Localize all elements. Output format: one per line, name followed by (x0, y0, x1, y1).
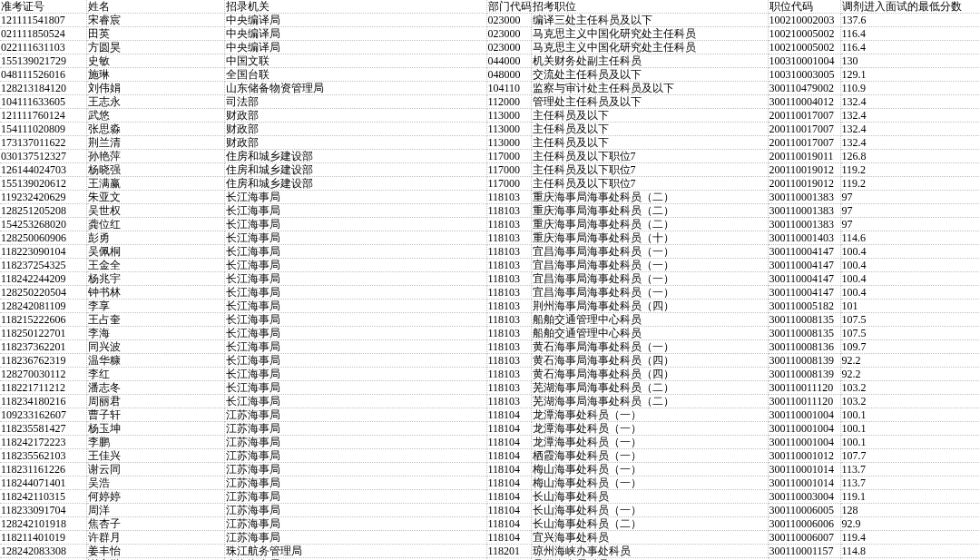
table-cell: 周洋 (86, 504, 224, 517)
table-row: 126144024703杨晓强住房和城乡建设部117000主任科员及以下职位72… (0, 163, 980, 177)
table-cell: 江苏海事局 (224, 476, 486, 490)
table-cell: 马克思主义中国化研究处主任科员 (531, 27, 768, 41)
table-cell: 104111633605 (0, 95, 86, 109)
table-cell: 118103 (486, 286, 531, 300)
table-cell: 龚位红 (86, 218, 224, 231)
table-cell: 103.2 (840, 395, 980, 408)
table-cell: 长江海事局 (224, 272, 486, 286)
table-cell: 128242081109 (0, 300, 86, 313)
table-cell: 谢云同 (86, 463, 224, 476)
table-cell: 118104 (486, 504, 531, 517)
table-cell: 107.5 (840, 327, 980, 340)
table-cell: 100310003005 (768, 68, 840, 82)
table-cell: 118231161226 (0, 463, 86, 476)
table-cell: 黄石海事局海事处科员（四） (531, 368, 768, 381)
table-cell: 同兴波 (86, 340, 224, 354)
table-cell: 杨晓强 (86, 163, 224, 177)
table-cell: 主任科员及以下 (531, 109, 768, 123)
table-cell: 100210005002 (768, 27, 840, 41)
table-cell: 重庆海事局海事处科员（二） (531, 191, 768, 204)
table-row: 118250122701李海长江海事局118103船舶交通管理中心科员30011… (0, 327, 980, 340)
table-cell: 长山海事处科员 (531, 490, 768, 504)
table-cell: 长江海事局 (224, 245, 486, 259)
table-row: 155139021729史敏中国文联044000机关财务处副主任科员100310… (0, 54, 980, 68)
table-cell: 田英 (86, 27, 224, 41)
table-cell: 王志永 (86, 95, 224, 109)
table-cell: 113.7 (840, 463, 980, 476)
table-cell: 长山海事处科员（一） (531, 504, 768, 517)
table-cell: 梅山海事处科员（一） (531, 463, 768, 476)
table-row: 118237254325王金全长江海事局118103宜昌海事局海事处科员（一）3… (0, 259, 980, 272)
table-cell: 300110004012 (768, 95, 840, 109)
table-cell: 山东储备物资管理局 (224, 82, 486, 95)
table-cell: 100.4 (840, 259, 980, 272)
table-cell: 江苏海事局 (224, 408, 486, 422)
table-cell: 黄石海事局海事处科员（一） (531, 340, 768, 354)
table-cell: 97 (840, 204, 980, 218)
table-cell: 118103 (486, 231, 531, 245)
table-cell: 021111850524 (0, 27, 86, 41)
table-cell: 118103 (486, 272, 531, 286)
table-cell: 王满赢 (86, 177, 224, 191)
table-cell: 重庆海事局海事处科员（十） (531, 231, 768, 245)
table-cell: 主任科员及以下职位7 (531, 177, 768, 191)
table-row: 118211401019许群月江苏海事局118104宜兴海事处科员3001100… (0, 531, 980, 545)
table-cell: 300110008136 (768, 340, 840, 354)
table-cell: 118237254325 (0, 259, 86, 272)
table-row: 128242081109李享长江海事局118103荆州海事局海事处科员（四）30… (0, 300, 980, 313)
table-cell: 琼州海峡办事处科员 (531, 545, 768, 558)
table-cell: 300110479002 (768, 82, 840, 95)
table-cell: 彭勇 (86, 231, 224, 245)
table-cell: 030137512327 (0, 150, 86, 163)
table-row: 118242244209杨兆宇长江海事局118103宜昌海事局海事处科员（一）3… (0, 272, 980, 286)
table-cell: 118103 (486, 395, 531, 408)
table-row: 030137512327孙艳萍住房和城乡建设部117000主任科员及以下职位72… (0, 150, 980, 163)
table-cell: 155139020612 (0, 177, 86, 191)
table-row: 121111760124武悠财政部113000主任科员及以下2001100170… (0, 109, 980, 123)
table-cell: 李享 (86, 300, 224, 313)
table-row: 128250060906彭勇长江海事局118103重庆海事局海事处科员（十）30… (0, 231, 980, 245)
table-cell: 119.4 (840, 531, 980, 545)
table-cell: 129.1 (840, 68, 980, 82)
table-cell: 117000 (486, 177, 531, 191)
table-cell: 119.2 (840, 163, 980, 177)
table-row: 118223090104吴佩桐长江海事局118103宜昌海事局海事处科员（一）3… (0, 245, 980, 259)
table-cell: 李鹏 (86, 436, 224, 449)
table-row: 128213184120刘伟娟山东储备物资管理局104110监察与审计处主任科员… (0, 82, 980, 95)
table-cell: 重庆海事局海事处科员（二） (531, 204, 768, 218)
table-cell: 潘志冬 (86, 381, 224, 395)
table-cell: 王金全 (86, 259, 224, 272)
table-row: 118244071401吴浩江苏海事局118104梅山海事处科员（一）30011… (0, 476, 980, 490)
table-cell: 118242110315 (0, 490, 86, 504)
table-cell: 史敏 (86, 54, 224, 68)
table-cell: 300110001157 (768, 545, 840, 558)
table-cell: 113.7 (840, 476, 980, 490)
table-cell: 100.1 (840, 436, 980, 449)
table-cell: 宜昌海事局海事处科员（一） (531, 245, 768, 259)
table-cell: 监察与审计处主任科员及以下 (531, 82, 768, 95)
table-cell: 118103 (486, 354, 531, 368)
table-cell: 方圆昊 (86, 41, 224, 54)
table-row: 021111850524田英中央编译局023000马克思主义中国化研究处主任科员… (0, 27, 980, 41)
table-cell: 118236762319 (0, 354, 86, 368)
table-cell: 155139021729 (0, 54, 86, 68)
table-cell: 100310001004 (768, 54, 840, 68)
table-cell: 128 (840, 504, 980, 517)
table-cell: 118235581427 (0, 422, 86, 436)
table-row: 128242101918焦杏子江苏海事局118104长山海事处科员（二）3001… (0, 517, 980, 531)
table-cell: 132.4 (840, 136, 980, 150)
table-cell: 李红 (86, 368, 224, 381)
table-cell: 杨玉坤 (86, 422, 224, 436)
table-cell: 长江海事局 (224, 300, 486, 313)
table-cell: 113000 (486, 109, 531, 123)
table-cell: 长江海事局 (224, 231, 486, 245)
table-cell: 荆兰清 (86, 136, 224, 150)
table-cell: 编译三处主任科员及以下 (531, 14, 768, 27)
table-cell: 300110001383 (768, 191, 840, 204)
table-cell: 300110001004 (768, 436, 840, 449)
table-cell: 300110001004 (768, 408, 840, 422)
table-row: 154111020809张思淼财政部113000主任科员及以下200110017… (0, 123, 980, 136)
table-cell: 104110 (486, 82, 531, 95)
table-cell: 300110006006 (768, 517, 840, 531)
table-cell: 300110008135 (768, 327, 840, 340)
